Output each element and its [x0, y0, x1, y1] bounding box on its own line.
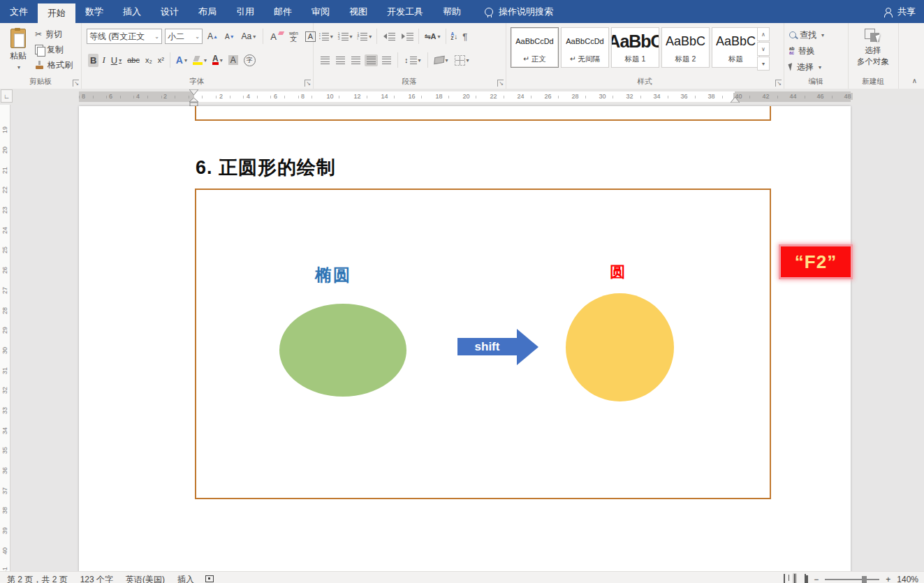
numbering-button[interactable]: 123▾: [336, 31, 355, 43]
enclose-characters-button[interactable]: 字: [242, 53, 258, 68]
styles-more-button[interactable]: ▾: [757, 57, 770, 71]
ribbon-tab[interactable]: 帮助: [433, 0, 471, 23]
font-color-button[interactable]: A▾: [210, 54, 225, 66]
ribbon-tab[interactable]: 文件: [0, 0, 38, 23]
tab-stop-selector[interactable]: ∟: [1, 89, 13, 103]
ruler-number: 26: [0, 260, 10, 281]
bold-button[interactable]: B: [88, 54, 98, 67]
status-item[interactable]: 第 2 页，共 2 页: [7, 574, 68, 583]
sort-button[interactable]: AZ ↓: [449, 30, 460, 43]
tell-me-search[interactable]: 操作说明搜索: [485, 0, 553, 23]
styles-scroll-down-button[interactable]: ∨: [757, 42, 770, 56]
paste-button[interactable]: 粘贴 ▾: [3, 27, 33, 82]
italic-button[interactable]: I: [100, 53, 107, 67]
font-size-combobox[interactable]: 小二 ⌄: [165, 29, 203, 44]
horizontal-ruler[interactable]: 8642 2468101214161820222426283032343638 …: [0, 89, 924, 105]
web-layout-button[interactable]: [803, 573, 807, 583]
select-multiple-objects-button[interactable]: 选择 多个对象: [852, 29, 894, 66]
circle-shape[interactable]: [566, 293, 674, 401]
replace-button[interactable]: abac 替换: [789, 44, 824, 58]
format-painter-button[interactable]: 格式刷: [35, 58, 73, 72]
macro-record-icon[interactable]: [205, 575, 214, 582]
justify-button[interactable]: [365, 54, 378, 66]
circle-label[interactable]: 圆: [610, 262, 625, 283]
bullets-button[interactable]: •••▾: [317, 31, 335, 43]
ribbon-tab[interactable]: 开发工具: [377, 0, 433, 23]
right-indent-marker[interactable]: [731, 97, 740, 103]
style-card[interactable]: AaBbC 标题 2: [661, 27, 710, 68]
borders-button[interactable]: ▾: [453, 53, 471, 68]
zoom-in-button[interactable]: +: [886, 575, 890, 583]
ellipse-shape[interactable]: [279, 304, 406, 397]
read-mode-button[interactable]: [782, 573, 786, 583]
document-page[interactable]: 6. 正圆形的绘制 椭圆 圆 shift “F2”: [79, 106, 851, 583]
font-dialog-launcher[interactable]: ↘: [305, 80, 311, 87]
copy-button[interactable]: 复制: [35, 43, 73, 57]
paragraph-dialog-launcher[interactable]: ↘: [497, 80, 504, 87]
clipboard-dialog-launcher[interactable]: ↘: [73, 80, 79, 87]
select-button[interactable]: 选择 ▾: [789, 60, 824, 74]
style-card[interactable]: AaBbCcDd ↵ 无间隔: [561, 27, 609, 68]
ribbon-tab[interactable]: 引用: [226, 0, 264, 23]
distribute-button[interactable]: [380, 54, 393, 66]
superscript-label: x²: [158, 56, 164, 64]
ribbon-tab[interactable]: 开始: [38, 3, 75, 23]
first-line-indent-marker[interactable]: [189, 89, 198, 95]
cut-button[interactable]: ✂ 剪切: [35, 27, 73, 41]
section-heading[interactable]: 6. 正圆形的绘制: [196, 155, 336, 180]
multilevel-list-button[interactable]: 1ai▾: [355, 31, 374, 43]
ribbon-tab[interactable]: 插入: [113, 0, 151, 23]
increase-indent-button[interactable]: [398, 31, 416, 43]
zoom-slider-thumb[interactable]: [862, 576, 867, 583]
status-item[interactable]: 插入: [177, 574, 194, 583]
shading-button[interactable]: ▾: [432, 54, 450, 66]
ellipse-label[interactable]: 椭圆: [315, 264, 351, 286]
asian-layout-button[interactable]: ⇋A▾: [422, 30, 442, 43]
change-case-button[interactable]: Aa▾: [240, 30, 258, 43]
print-layout-button[interactable]: [793, 573, 797, 583]
highlight-color-button[interactable]: ▾: [191, 54, 209, 66]
share-button[interactable]: 共享: [884, 0, 916, 23]
decrease-indent-button[interactable]: [380, 31, 397, 43]
text-effects-button[interactable]: A▾: [174, 53, 189, 67]
status-item[interactable]: 英语(美国): [126, 574, 165, 583]
distribute-icon: [382, 57, 391, 64]
styles-dialog-launcher[interactable]: ↘: [775, 80, 782, 87]
zoom-slider[interactable]: [825, 579, 879, 580]
collapse-ribbon-button[interactable]: ∧: [912, 77, 917, 84]
clear-formatting-button[interactable]: A: [268, 30, 279, 43]
font-name-combobox[interactable]: 等线 (西文正文 ⌄: [87, 29, 162, 44]
status-item[interactable]: 123 个字: [80, 574, 113, 583]
style-card[interactable]: AaBbCcDd ↵ 正文: [511, 27, 559, 68]
style-card[interactable]: AaBbC 标题 1: [611, 27, 659, 68]
zoom-out-button[interactable]: −: [814, 575, 819, 583]
ribbon-tab[interactable]: 视图: [339, 0, 377, 23]
zoom-level[interactable]: 140%: [897, 575, 918, 583]
phonetic-guide-button[interactable]: wén 文: [287, 29, 300, 44]
character-shading-button[interactable]: A: [226, 54, 240, 66]
line-spacing-button[interactable]: ↕▾: [402, 54, 423, 66]
phonetic-bottom: 文: [290, 36, 297, 43]
align-right-button[interactable]: [349, 54, 362, 66]
grow-font-button[interactable]: A▲: [205, 30, 220, 43]
shrink-font-button[interactable]: A▼: [223, 31, 237, 42]
multilevel-digits: 1ai: [358, 33, 360, 40]
align-left-button[interactable]: [318, 54, 332, 66]
ribbon-tab[interactable]: 设计: [151, 0, 189, 23]
superscript-button[interactable]: x²: [156, 54, 166, 66]
style-name: 标题: [728, 54, 743, 67]
find-button[interactable]: 查找 ▾: [789, 28, 824, 42]
subscript-button[interactable]: x₂: [143, 54, 154, 66]
ribbon-tab[interactable]: 审阅: [302, 0, 339, 23]
ribbon-tab[interactable]: 布局: [189, 0, 226, 23]
styles-scroll-up-button[interactable]: ∧: [757, 27, 770, 41]
strikethrough-button[interactable]: abc: [125, 54, 142, 66]
vertical-ruler[interactable]: 1920212223242526272829303132333435363738…: [0, 105, 10, 571]
ruler-number: 34: [643, 91, 670, 102]
style-card[interactable]: AaBbC 标题: [712, 27, 760, 68]
align-center-button[interactable]: [334, 54, 347, 66]
show-hide-marks-button[interactable]: ¶: [460, 29, 469, 44]
ribbon-tab[interactable]: 数学: [75, 0, 113, 23]
underline-button[interactable]: U▾: [109, 54, 124, 67]
ribbon-tab[interactable]: 邮件: [264, 0, 302, 23]
